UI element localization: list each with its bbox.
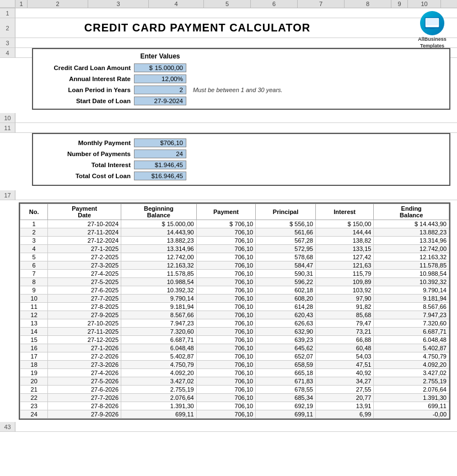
- table-cell: 54,03: [315, 352, 373, 361]
- table-cell: 27-4-2026: [48, 369, 121, 377]
- row-num-43: 43: [0, 422, 15, 432]
- row-43: 43: [0, 422, 457, 432]
- monthly-payment-label: Monthly Payment: [37, 140, 134, 146]
- table-cell: 20: [20, 377, 48, 386]
- table-cell: 17: [20, 352, 48, 361]
- loan-amount-label: Credit Card Loan Amount: [37, 65, 134, 71]
- table-cell: 27-7-2025: [48, 295, 121, 303]
- table-cell: 6.687,71: [121, 336, 197, 344]
- table-row: 2227-7-20262.076,64706,10685,3420,771.39…: [20, 394, 449, 402]
- table-cell: 706,10: [196, 410, 256, 419]
- table-cell: 97,90: [315, 295, 373, 303]
- col-2: 2: [28, 0, 88, 8]
- table-cell: 706,10: [196, 336, 256, 344]
- table-cell: 27-1-2026: [48, 344, 121, 352]
- table-cell: 706,10: [196, 319, 256, 328]
- table-row: 2327-8-20261.391,30706,10692,1913,91699,…: [20, 402, 449, 410]
- table-cell: 706,10: [196, 286, 256, 295]
- table-cell: 27-12-2024: [48, 237, 121, 245]
- col-7: 7: [298, 0, 345, 8]
- svg-rect-1: [426, 19, 438, 25]
- start-date-value[interactable]: 27-9-2024: [134, 97, 186, 105]
- table-cell: 706,10: [196, 261, 256, 270]
- interest-rate-value[interactable]: 12,00%: [134, 74, 186, 83]
- page-title: CREDIT CARD PAYMENT CALCULATOR: [15, 18, 379, 38]
- table-cell: 27-5-2025: [48, 278, 121, 286]
- col-1: 1: [15, 0, 28, 8]
- table-cell: 40,92: [315, 369, 373, 377]
- table-cell: 4.092,20: [121, 369, 197, 377]
- table-cell: 12: [20, 311, 48, 319]
- interest-rate-input: 12,00%: [162, 76, 183, 82]
- corner-cell: [0, 0, 15, 8]
- col-6: 6: [251, 0, 298, 8]
- logo-text: AllBusiness Templates: [413, 36, 451, 49]
- table-cell: 4.750,79: [121, 361, 197, 369]
- total-interest-row: Total Interest $1.946,45: [37, 159, 445, 170]
- table-row: 327-12-202413.882,23706,10567,28138,8213…: [20, 237, 449, 245]
- table-cell: 27-3-2026: [48, 361, 121, 369]
- table-cell: 109,89: [315, 278, 373, 286]
- table-row: 827-5-202510.988,54706,10596,22109,8910.…: [20, 278, 449, 286]
- row-num-11: 11: [0, 123, 15, 133]
- dollar-sign: $: [149, 65, 152, 71]
- num-payments-label: Number of Payments: [37, 151, 134, 157]
- table-row: 227-11-202414.443,90706,10561,66144,4413…: [20, 228, 449, 237]
- table-row: 1927-4-20264.092,20706,10665,1840,923.42…: [20, 369, 449, 377]
- table-row: 1227-9-20258.567,66706,10620,4385,687.94…: [20, 311, 449, 319]
- table-cell: 66,88: [315, 336, 373, 344]
- table-cell: 5.402,87: [374, 344, 449, 352]
- table-cell: 699,11: [121, 410, 197, 419]
- table-cell: 10.988,54: [374, 270, 449, 278]
- table-row: 1527-12-20256.687,71706,10639,2366,886.0…: [20, 336, 449, 344]
- row-11: 11: [0, 123, 457, 133]
- table-row: 1127-8-20259.181,94706,10614,2891,828.56…: [20, 303, 449, 311]
- table-cell: 632,90: [256, 328, 316, 336]
- table-cell: 60,48: [315, 344, 373, 352]
- table-cell: 699,11: [256, 410, 316, 419]
- table-cell: 699,11: [374, 402, 449, 410]
- table-row: 1327-10-20257.947,23706,10626,6379,477.3…: [20, 319, 449, 328]
- row-num: 1: [0, 8, 15, 18]
- table-cell: 2.755,19: [374, 377, 449, 386]
- row-num: 3: [0, 38, 15, 48]
- table-cell: 6.687,71: [374, 328, 449, 336]
- logo-area: AllBusiness Templates: [413, 11, 451, 49]
- table-cell: 13.882,23: [121, 237, 197, 245]
- table-cell: 639,23: [256, 336, 316, 344]
- table-cell: 706,10: [196, 377, 256, 386]
- column-headers: 1 2 3 4 5 6 7 8 9 10: [0, 0, 457, 8]
- table-cell: 91,82: [315, 303, 373, 311]
- table-cell: 5.402,87: [121, 352, 197, 361]
- table-cell: 2.755,19: [121, 386, 197, 394]
- row-3: 3: [0, 38, 457, 48]
- table-cell: 8.567,66: [374, 303, 449, 311]
- row-10: 10: [0, 113, 457, 123]
- table-cell: 27-9-2025: [48, 311, 121, 319]
- table-cell: 13,91: [315, 402, 373, 410]
- loan-period-value[interactable]: 2: [134, 85, 186, 94]
- table-cell: 7.947,23: [374, 311, 449, 319]
- table-row: 1627-1-20266.048,48706,10645,6260,485.40…: [20, 344, 449, 352]
- table-cell: 578,68: [256, 253, 316, 261]
- table-cell: 21: [20, 386, 48, 394]
- table-cell: $ 150,00: [315, 220, 373, 228]
- table-cell: 103,92: [315, 286, 373, 295]
- row-17: 17: [0, 190, 457, 200]
- table-row: 527-2-202512.742,00706,10578,68127,4212.…: [20, 253, 449, 261]
- table-cell: 27-11-2024: [48, 228, 121, 237]
- col-10: 10: [408, 0, 441, 8]
- total-interest-value: $1.946,45: [134, 161, 186, 169]
- interest-rate-row: Annual Interest Rate 12,00%: [37, 73, 445, 84]
- th-principal: Principal: [256, 204, 316, 220]
- table-cell: $ 15.000,00: [121, 220, 197, 228]
- table-cell: 20,77: [315, 394, 373, 402]
- table-cell: 27-10-2025: [48, 319, 121, 328]
- table-cell: 27-6-2026: [48, 386, 121, 394]
- table-cell: 47,51: [315, 361, 373, 369]
- table-row: 1727-2-20265.402,87706,10652,0754,034.75…: [20, 352, 449, 361]
- loan-amount-value[interactable]: $ 15.000,00: [134, 63, 186, 72]
- table-cell: 27,55: [315, 386, 373, 394]
- num-payments-value: 24: [134, 149, 186, 158]
- table-cell: 10: [20, 295, 48, 303]
